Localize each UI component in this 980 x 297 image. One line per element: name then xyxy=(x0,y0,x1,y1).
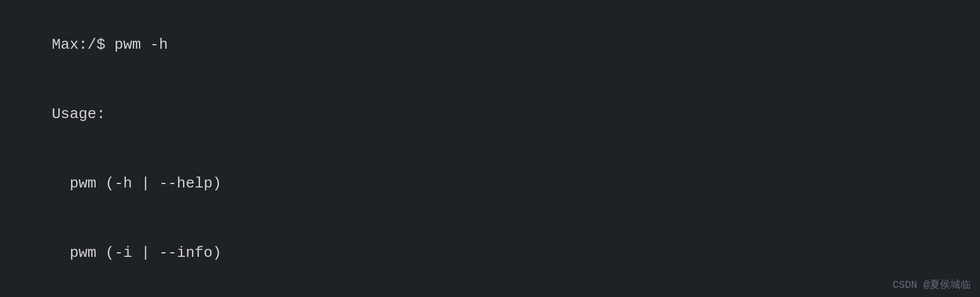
usage-line: Usage: xyxy=(16,80,964,149)
terminal-window: Max:/$ pwm -h Usage: pwm (-h | --help) p… xyxy=(0,0,980,297)
watermark: CSDN @夏侯城临 xyxy=(892,278,971,291)
opt-info-text: pwm (-i | --info) xyxy=(52,244,221,261)
opt-help-text: pwm (-h | --help) xyxy=(52,175,221,192)
opt-help-line: pwm (-h | --help) xyxy=(16,149,964,218)
opt-info-line: pwm (-i | --info) xyxy=(16,218,964,288)
opt-reload-line: pwm (-r | --reload) set pwm reload (0-65… xyxy=(16,288,964,297)
command-text: Max:/$ pwm -h xyxy=(52,36,168,53)
command-line: Max:/$ pwm -h xyxy=(16,10,964,80)
usage-text: Usage: xyxy=(52,105,105,123)
